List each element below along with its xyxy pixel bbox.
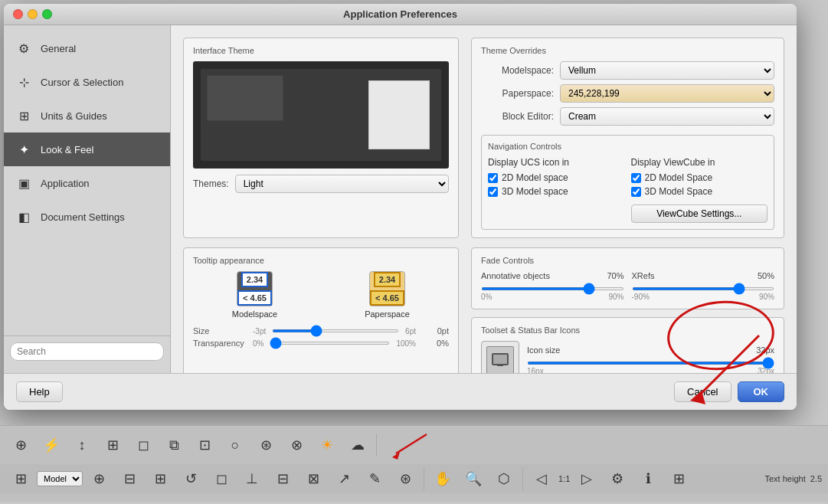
toolbar2-separator (424, 467, 424, 490)
viewcube-settings-button[interactable]: ViewCube Settings... (631, 205, 768, 223)
sidebar-item-document[interactable]: ◧ Document Settings (4, 200, 170, 234)
title-bar: Application Preferences (4, 4, 797, 25)
ok-button[interactable]: OK (738, 381, 785, 402)
viewcube-section: Display ViewCube in 2D Model Space 3D Mo… (631, 157, 768, 223)
toolbar-icon-7[interactable]: ⊡ (190, 430, 219, 460)
text-height-value: 2.5 (810, 474, 822, 483)
cancel-button[interactable]: Cancel (674, 381, 731, 402)
toolbar-icon-4[interactable]: ⊞ (98, 430, 127, 460)
window-controls (13, 9, 52, 19)
toolbar-icon-cloud[interactable]: ☁ (343, 430, 372, 460)
block-editor-row: Block Editor: Cream (481, 107, 774, 126)
scale-control: ◁ 1:1 ▷ (527, 464, 601, 493)
annotative-header: Annotative objects 70% (481, 271, 624, 280)
toolbar2-zoom-icon[interactable]: 🔍 (459, 464, 488, 493)
model-select[interactable]: Model (37, 471, 83, 486)
themes-row: Themes: Light Dark Classic (193, 175, 449, 193)
ucs-3d-row: 3D Model space (488, 186, 625, 197)
viewcube-2d-checkbox[interactable] (631, 173, 641, 183)
toolbar2-3d-icon[interactable]: ⬡ (489, 464, 519, 493)
sidebar-item-cursor[interactable]: ⊹ Cursor & Selection (4, 65, 170, 99)
block-editor-select[interactable]: Cream (560, 107, 774, 126)
maximize-button[interactable] (42, 9, 52, 19)
navigation-controls-section: Navigation Controls Display UCS icon in … (481, 135, 774, 230)
toolbar2-icon-11[interactable]: ✎ (360, 464, 389, 493)
sidebar-item-general[interactable]: ⚙ General (4, 31, 170, 65)
toolbar2-icon-1[interactable]: ⊞ (6, 464, 35, 493)
paperspace-select[interactable]: 245,228,199 (560, 84, 774, 103)
viewcube-3d-row: 3D Model Space (631, 186, 768, 197)
ucs-3d-checkbox[interactable] (488, 187, 498, 197)
size-value: 0pt (422, 326, 449, 335)
main-content: Interface Theme Themes: Light Dark Class… (171, 25, 797, 373)
xrefs-header: XRefs 50% (632, 271, 775, 280)
tooltip-previews: 2.34 < 4.65 Modelspace 2.34 < 4.65 Paper… (193, 271, 449, 319)
modelspace-select[interactable]: Vellum (560, 61, 774, 80)
transparency-slider-row: Transparency 0% 100% 0% (193, 339, 449, 348)
toolbar-icon-5[interactable]: ◻ (129, 430, 158, 460)
xrefs-slider[interactable] (632, 287, 775, 290)
toolbar-icon-9[interactable]: ⊛ (251, 430, 280, 460)
toolbar-icon-6[interactable]: ⧉ (159, 430, 188, 460)
toolbar2-grid-icon[interactable]: ⊞ (664, 464, 693, 493)
ucs-2d-checkbox[interactable] (488, 173, 498, 183)
toolbar-icon-2[interactable]: ⚡ (37, 430, 66, 460)
sidebar-item-application[interactable]: ▣ Application (4, 166, 170, 200)
fade-grid: Annotative objects 70% 0% 90% (481, 271, 774, 301)
dialog-body: ⚙ General ⊹ Cursor & Selection ⊞ Units &… (4, 25, 797, 373)
toolbar2-icon-12[interactable]: ⊛ (391, 464, 420, 493)
sidebar-label-general: General (41, 43, 76, 54)
top-section: Interface Theme Themes: Light Dark Class… (183, 38, 784, 238)
svg-rect-2 (493, 355, 507, 364)
toolbar2-icon-9[interactable]: ⊠ (299, 464, 328, 493)
help-button[interactable]: Help (16, 381, 63, 402)
toolset-panel: Toolset & Status Bar Icons (471, 317, 784, 373)
toolbar2-icon-10[interactable]: ↗ (329, 464, 358, 493)
search-input[interactable] (10, 342, 164, 361)
size-slider[interactable] (272, 329, 399, 332)
viewcube-3d-checkbox[interactable] (631, 187, 641, 197)
toolbar2-icon-7[interactable]: ⊥ (237, 464, 267, 493)
toolbar2-icon-6[interactable]: ◻ (207, 464, 236, 493)
toolbar-row-1: ⊕ ⚡ ↕ ⊞ ◻ ⧉ ⊡ ○ ⊛ ⊗ ☀ ☁ (0, 426, 828, 464)
sidebar-search-area (4, 335, 170, 367)
themes-select[interactable]: Light Dark Classic (235, 175, 449, 193)
annotative-slider[interactable] (481, 287, 624, 290)
toolbar-icon-1[interactable]: ⊕ (6, 430, 35, 460)
themes-label: Themes: (193, 178, 229, 189)
annotation-area (381, 430, 442, 460)
toolbar2-info-icon[interactable]: ℹ (633, 464, 663, 493)
sidebar-item-look-feel[interactable]: ✦ Look & Feel (4, 133, 170, 166)
toolbar2-icon-5[interactable]: ↺ (176, 464, 205, 493)
toolbar2-icon-2[interactable]: ⊕ (84, 464, 113, 493)
toolbar-icon-10[interactable]: ⊗ (282, 430, 311, 460)
tooltip-light-box: 2.34 < 4.65 (369, 271, 405, 306)
scale-label: 1:1 (558, 474, 570, 483)
scale-left-icon[interactable]: ◁ (527, 464, 556, 493)
toolbar2-pan-icon[interactable]: ✋ (428, 464, 457, 493)
tooltip-dark-preview: 2.34 < 4.65 Modelspace (193, 271, 316, 319)
sidebar-label-document: Document Settings (41, 211, 125, 223)
sidebar-item-units[interactable]: ⊞ Units & Guides (4, 99, 170, 133)
transparency-slider[interactable] (270, 342, 390, 345)
toolbar2-settings-icon[interactable]: ⚙ (603, 464, 632, 493)
toolbar-icon-8[interactable]: ○ (221, 430, 250, 460)
tooltip-tag1: 2.34 (241, 272, 268, 287)
xrefs-value: 50% (758, 271, 774, 280)
toolbar2-icon-4[interactable]: ⊞ (146, 464, 175, 493)
toolbar-separator-1 (376, 434, 377, 457)
toolbar-icon-3[interactable]: ↕ (67, 430, 97, 460)
toolbar2-icon-3[interactable]: ⊟ (115, 464, 144, 493)
scale-right-icon[interactable]: ▷ (572, 464, 601, 493)
icon-size-slider[interactable] (527, 362, 774, 365)
theme-preview-panel (368, 80, 430, 149)
sidebar-label-application: Application (41, 178, 90, 189)
close-button[interactable] (13, 9, 23, 19)
size-slider-row: Size -3pt 6pt 0pt (193, 326, 449, 335)
paperspace-row: Paperspace: 245,228,199 (481, 84, 774, 103)
toolbar-icon-sun[interactable]: ☀ (313, 430, 342, 460)
nav-grid: Display UCS icon in 2D Model space 3D Mo… (488, 157, 767, 223)
minimize-button[interactable] (28, 9, 38, 19)
transparency-label: Transparency (193, 339, 247, 348)
toolbar2-icon-8[interactable]: ⊟ (268, 464, 297, 493)
